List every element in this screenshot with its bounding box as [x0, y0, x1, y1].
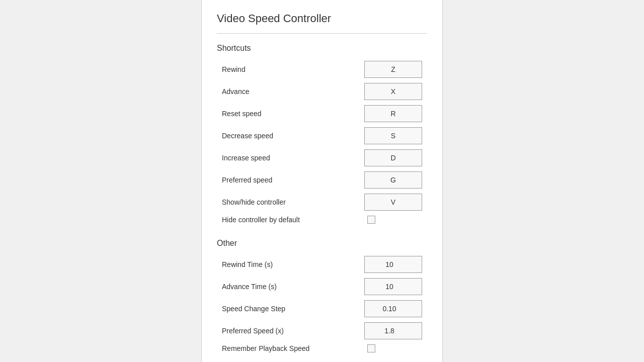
reset-speed-row: Reset speed: [217, 105, 427, 122]
remember-playback-row: Remember Playback Speed: [217, 344, 427, 352]
hide-controller-default-row: Hide controller by default: [217, 216, 427, 224]
hide-controller-default-label: Hide controller by default: [222, 216, 364, 224]
speed-change-step-input[interactable]: [364, 300, 422, 317]
advance-time-row: Advance Time (s): [217, 278, 427, 295]
hide-controller-checkbox[interactable]: [367, 216, 375, 224]
preferred-speed-row: Preferred Speed (x): [217, 322, 427, 339]
title-divider: [217, 33, 427, 34]
advance-row: Advance: [217, 83, 427, 100]
remember-playback-checkbox-wrapper: [364, 344, 422, 352]
remember-playback-checkbox[interactable]: [367, 344, 375, 352]
preferred-speed-label: Preferred Speed (x): [222, 327, 364, 335]
preferred-speed-input[interactable]: [364, 322, 422, 339]
preferred-speed-key-input[interactable]: [364, 171, 422, 189]
shortcuts-section-title: Shortcuts: [217, 44, 427, 53]
rewind-label: Rewind: [222, 65, 364, 73]
rewind-time-row: Rewind Time (s): [217, 256, 427, 273]
speed-change-step-label: Speed Change Step: [222, 305, 364, 313]
rewind-time-label: Rewind Time (s): [222, 260, 364, 268]
reset-speed-label: Reset speed: [222, 110, 364, 118]
settings-panel: Video Speed Controller Shortcuts Rewind …: [201, 0, 443, 362]
shortcuts-section: Shortcuts Rewind Advance Reset speed Dec…: [217, 44, 427, 224]
preferred-speed-shortcut-row: Preferred speed: [217, 171, 427, 189]
other-section: Other Rewind Time (s) Advance Time (s) S…: [217, 239, 427, 352]
advance-label: Advance: [222, 87, 364, 96]
hide-controller-checkbox-wrapper: [364, 216, 422, 224]
advance-time-input[interactable]: [364, 278, 422, 295]
show-hide-controller-label: Show/hide controller: [222, 198, 364, 206]
rewind-time-input[interactable]: [364, 256, 422, 273]
rewind-row: Rewind: [217, 61, 427, 78]
show-hide-controller-key-input[interactable]: [364, 194, 422, 211]
increase-speed-key-input[interactable]: [364, 149, 422, 166]
speed-change-step-row: Speed Change Step: [217, 300, 427, 317]
page-title: Video Speed Controller: [217, 12, 427, 25]
decrease-speed-label: Decrease speed: [222, 132, 364, 140]
decrease-speed-row: Decrease speed: [217, 127, 427, 144]
reset-speed-key-input[interactable]: [364, 105, 422, 122]
decrease-speed-key-input[interactable]: [364, 127, 422, 144]
other-section-title: Other: [217, 239, 427, 248]
remember-playback-label: Remember Playback Speed: [222, 344, 364, 352]
preferred-speed-shortcut-label: Preferred speed: [222, 176, 364, 184]
increase-speed-label: Increase speed: [222, 154, 364, 162]
advance-key-input[interactable]: [364, 83, 422, 100]
increase-speed-row: Increase speed: [217, 149, 427, 166]
show-hide-controller-row: Show/hide controller: [217, 194, 427, 211]
advance-time-label: Advance Time (s): [222, 283, 364, 291]
rewind-key-input[interactable]: [364, 61, 422, 78]
